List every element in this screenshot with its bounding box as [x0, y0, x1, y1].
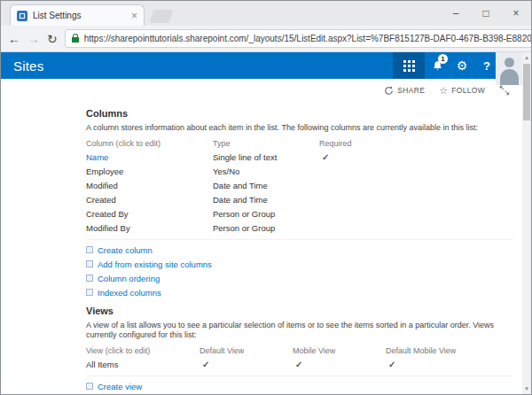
default-view-check: ✓ [200, 358, 293, 372]
follow-button[interactable]: ☆ FOLLOW [439, 86, 485, 96]
required-check [319, 221, 522, 236]
create-view-link-text[interactable]: Create view [98, 382, 142, 391]
share-button[interactable]: SHARE [384, 86, 425, 96]
page-content: Columns A column stores information abou… [1, 102, 522, 394]
notification-badge: 1 [438, 54, 448, 64]
url-text[interactable]: https://sharepointtutorials.sharepoint.c… [84, 34, 532, 43]
column-type: Single line of text [213, 151, 319, 165]
page-action-bar: SHARE ☆ FOLLOW [1, 79, 531, 102]
new-tab-button[interactable] [150, 10, 174, 23]
column-link-modified-by[interactable]: Modified By [86, 221, 213, 236]
refresh-button[interactable]: ↻ [47, 33, 58, 45]
views-header-view: View (click to edit) [86, 345, 200, 356]
table-row: All Items ✓ ✓ ✓ [86, 358, 522, 372]
columns-header-type: Type [213, 138, 319, 149]
column-link-created-by[interactable]: Created By [86, 207, 213, 221]
tab-close-icon[interactable]: × [131, 11, 137, 21]
columns-header-required: Required [319, 138, 522, 149]
close-window-button[interactable]: × [501, 1, 531, 26]
follow-label: FOLLOW [451, 86, 485, 95]
follow-star-icon: ☆ [439, 86, 448, 96]
settings-gear-icon[interactable]: ⚙ [450, 52, 474, 79]
maximize-button[interactable]: □ [471, 1, 501, 26]
table-row: Modified By Person or Group [86, 221, 522, 236]
required-check [319, 207, 522, 221]
create-column-icon [86, 246, 93, 253]
default-mobile-view-check: ✓ [386, 358, 522, 372]
browser-titlebar: List Settings × – □ × [1, 1, 531, 26]
add-existing-columns-link-text[interactable]: Add from existing site columns [98, 259, 212, 269]
table-row: Employee Yes/No [86, 165, 522, 179]
app-launcher-button[interactable] [393, 52, 425, 79]
address-bar[interactable]: https://sharepointtutorials.sharepoint.c… [65, 29, 532, 48]
table-row: Name Single line of text ✓ [86, 151, 522, 165]
column-type: Person or Group [213, 221, 319, 236]
required-check [319, 193, 522, 207]
required-check [319, 165, 522, 179]
tab-favicon-icon [17, 11, 27, 21]
column-ordering-icon [86, 275, 93, 282]
views-header-default-mobile: Default Mobile View [386, 345, 522, 356]
create-view-icon [86, 383, 93, 390]
views-header-default: Default View [200, 345, 293, 356]
minimize-button[interactable]: – [441, 1, 471, 26]
columns-section-title: Columns [86, 107, 522, 120]
share-icon [384, 86, 394, 96]
create-view-link[interactable]: Create view [86, 379, 513, 393]
column-type: Person or Group [213, 207, 319, 221]
create-column-link-text[interactable]: Create column [98, 245, 153, 255]
views-table-header: View (click to edit) Default View Mobile… [86, 345, 522, 356]
view-link-all-items[interactable]: All Items [86, 358, 200, 372]
columns-links: Create column Add from existing site col… [86, 239, 513, 299]
views-section-title: Views [86, 305, 522, 317]
column-link-modified[interactable]: Modified [86, 179, 213, 193]
column-link-created[interactable]: Created [86, 193, 213, 207]
tab-title: List Settings [33, 11, 126, 20]
column-ordering-link[interactable]: Column ordering [86, 271, 513, 285]
user-avatar[interactable] [496, 52, 522, 85]
scrollbar-thumb[interactable] [523, 64, 530, 120]
views-header-mobile: Mobile View [293, 345, 386, 356]
table-row: Created Date and Time [86, 193, 522, 207]
sites-title[interactable]: Sites [13, 58, 43, 74]
create-column-link[interactable]: Create column [86, 243, 513, 257]
padlock-icon [72, 37, 79, 43]
share-label: SHARE [397, 86, 425, 95]
notifications-bell-button[interactable]: 1 [425, 52, 450, 79]
mobile-view-check: ✓ [293, 358, 386, 372]
scrollbar[interactable]: ▲ ▼ [522, 52, 531, 394]
required-check [319, 179, 522, 193]
indexed-columns-link-text[interactable]: Indexed columns [98, 288, 161, 298]
window-controls: – □ × [441, 1, 531, 26]
column-type: Date and Time [213, 179, 319, 193]
add-existing-columns-icon [86, 260, 93, 267]
required-check: ✓ [319, 151, 522, 165]
indexed-columns-icon [86, 289, 93, 296]
back-button[interactable]: ← [8, 33, 20, 45]
column-link-employee[interactable]: Employee [86, 165, 213, 179]
views-description: A view of a list allows you to see a par… [86, 321, 513, 340]
columns-table-header: Column (click to edit) Type Required [86, 138, 522, 149]
scroll-up-icon[interactable]: ▲ [522, 52, 531, 63]
suite-bar: Sites 1 ⚙ ? [1, 52, 531, 79]
views-links: Create view [86, 376, 513, 393]
focus-on-content-icon[interactable] [499, 85, 510, 96]
scroll-down-icon[interactable]: ▼ [522, 383, 531, 394]
column-type: Yes/No [213, 165, 319, 179]
add-from-existing-site-columns-link[interactable]: Add from existing site columns [86, 257, 513, 271]
column-type: Date and Time [213, 193, 319, 207]
column-link-name[interactable]: Name [86, 151, 213, 165]
table-row: Modified Date and Time [86, 179, 522, 193]
indexed-columns-link[interactable]: Indexed columns [86, 285, 513, 299]
columns-description: A column stores information about each i… [86, 123, 513, 133]
columns-header-name: Column (click to edit) [86, 138, 213, 149]
column-ordering-link-text[interactable]: Column ordering [98, 274, 160, 283]
browser-window: List Settings × – □ × ← → ↻ https://shar… [0, 0, 532, 395]
browser-tab[interactable]: List Settings × [10, 4, 145, 26]
browser-toolbar: ← → ↻ https://sharepointtutorials.sharep… [1, 26, 531, 52]
waffle-icon [403, 60, 415, 72]
forward-button[interactable]: → [27, 33, 40, 45]
table-row: Created By Person or Group [86, 207, 522, 221]
